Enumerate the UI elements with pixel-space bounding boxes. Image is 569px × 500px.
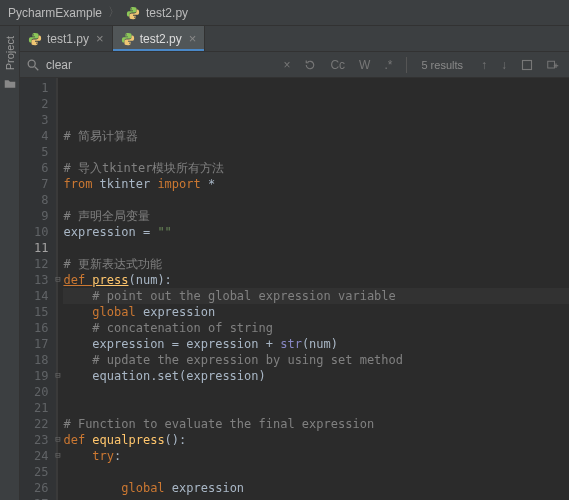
- line-number[interactable]: 22: [34, 416, 48, 432]
- line-number[interactable]: 26: [34, 480, 48, 496]
- tab-label: test1.py: [47, 32, 89, 46]
- code-line[interactable]: # 简易计算器: [63, 128, 569, 144]
- close-tab-icon[interactable]: ×: [189, 32, 197, 45]
- line-number[interactable]: 20: [34, 384, 48, 400]
- line-number[interactable]: 25: [34, 464, 48, 480]
- code-line[interactable]: global expression: [63, 304, 569, 320]
- line-number[interactable]: 17: [34, 336, 48, 352]
- line-number[interactable]: 21: [34, 400, 48, 416]
- code-line[interactable]: [63, 144, 569, 160]
- svg-rect-2: [523, 60, 532, 69]
- tab-test1-py[interactable]: test1.py×: [20, 26, 113, 51]
- project-tool-icon[interactable]: [4, 78, 16, 90]
- line-number[interactable]: 23: [34, 432, 48, 448]
- code-line[interactable]: ⊟def press(num):: [63, 272, 569, 288]
- code-line[interactable]: global expression: [63, 480, 569, 496]
- breadcrumb: PycharmExample 〉 test2.py: [0, 0, 569, 26]
- line-number[interactable]: 27: [34, 496, 48, 500]
- editor-tabs: test1.py×test2.py×: [20, 26, 569, 52]
- breadcrumb-project[interactable]: PycharmExample: [8, 6, 102, 20]
- line-number[interactable]: 7: [34, 176, 48, 192]
- select-all-icon[interactable]: [517, 59, 537, 71]
- code-line[interactable]: expression = "": [63, 224, 569, 240]
- code-line[interactable]: [63, 240, 569, 256]
- line-number[interactable]: 14: [34, 288, 48, 304]
- close-find-icon[interactable]: ×: [279, 58, 294, 72]
- code-line[interactable]: from tkinter import *: [63, 176, 569, 192]
- line-number[interactable]: 11: [34, 240, 48, 256]
- history-icon[interactable]: [300, 59, 320, 71]
- code-line[interactable]: # 导入tkinter模块所有方法: [63, 160, 569, 176]
- python-file-icon: [121, 32, 135, 46]
- find-bar: × Cc W .* 5 results ↑ ↓: [20, 52, 569, 78]
- svg-point-0: [28, 60, 35, 67]
- code-line[interactable]: # point out the global expression variab…: [63, 288, 569, 304]
- code-line[interactable]: [63, 496, 569, 500]
- breadcrumb-sep: 〉: [108, 4, 120, 21]
- line-number[interactable]: 19: [34, 368, 48, 384]
- line-gutter[interactable]: 1234567891011121314151617181920212223242…: [20, 78, 57, 500]
- find-next-icon[interactable]: ↓: [497, 58, 511, 72]
- line-number[interactable]: 18: [34, 352, 48, 368]
- line-number[interactable]: 24: [34, 448, 48, 464]
- code-line[interactable]: ⊟def equalpress():: [63, 432, 569, 448]
- project-tool-label[interactable]: Project: [4, 36, 16, 70]
- code-line[interactable]: # concatenation of string: [63, 320, 569, 336]
- code-line[interactable]: [63, 192, 569, 208]
- line-number[interactable]: 6: [34, 160, 48, 176]
- line-number[interactable]: 13: [34, 272, 48, 288]
- words-toggle[interactable]: W: [355, 58, 374, 72]
- code-line[interactable]: # Function to evaluate the final express…: [63, 416, 569, 432]
- line-number[interactable]: 4: [34, 128, 48, 144]
- svg-rect-3: [548, 61, 555, 68]
- code-line[interactable]: [63, 464, 569, 480]
- fold-close-icon[interactable]: ⊟: [53, 371, 62, 380]
- find-prev-icon[interactable]: ↑: [477, 58, 491, 72]
- fold-open-icon[interactable]: ⊟: [53, 451, 62, 460]
- fold-open-icon[interactable]: ⊟: [53, 435, 62, 444]
- code-editor[interactable]: 1234567891011121314151617181920212223242…: [20, 78, 569, 500]
- code-line[interactable]: ⊟ equation.set(expression): [63, 368, 569, 384]
- code-line[interactable]: # update the expression by using set met…: [63, 352, 569, 368]
- tab-test2-py[interactable]: test2.py×: [113, 26, 206, 51]
- code-line[interactable]: # 更新表达式功能: [63, 256, 569, 272]
- find-input[interactable]: [46, 58, 246, 72]
- project-tool-sidebar[interactable]: Project: [0, 26, 20, 500]
- code-area[interactable]: # 简易计算器 # 导入tkinter模块所有方法from tkinter im…: [57, 78, 569, 500]
- python-file-icon: [126, 6, 140, 20]
- add-selection-icon[interactable]: [543, 59, 563, 71]
- line-number[interactable]: 2: [34, 96, 48, 112]
- breadcrumb-file[interactable]: test2.py: [146, 6, 188, 20]
- tab-label: test2.py: [140, 32, 182, 46]
- code-line[interactable]: ⊟ try:: [63, 448, 569, 464]
- find-results-count: 5 results: [421, 59, 463, 71]
- line-number[interactable]: 9: [34, 208, 48, 224]
- code-line[interactable]: [63, 384, 569, 400]
- regex-toggle[interactable]: .*: [380, 58, 396, 72]
- line-number[interactable]: 12: [34, 256, 48, 272]
- line-number[interactable]: 10: [34, 224, 48, 240]
- line-number[interactable]: 5: [34, 144, 48, 160]
- search-icon: [26, 58, 40, 72]
- code-line[interactable]: # 声明全局变量: [63, 208, 569, 224]
- code-line[interactable]: expression = expression + str(num): [63, 336, 569, 352]
- line-number[interactable]: 1: [34, 80, 48, 96]
- code-line[interactable]: [63, 400, 569, 416]
- python-file-icon: [28, 32, 42, 46]
- line-number[interactable]: 16: [34, 320, 48, 336]
- svg-line-1: [35, 66, 39, 70]
- line-number[interactable]: 3: [34, 112, 48, 128]
- close-tab-icon[interactable]: ×: [96, 32, 104, 45]
- match-case-toggle[interactable]: Cc: [326, 58, 349, 72]
- line-number[interactable]: 8: [34, 192, 48, 208]
- fold-open-icon[interactable]: ⊟: [53, 275, 62, 284]
- line-number[interactable]: 15: [34, 304, 48, 320]
